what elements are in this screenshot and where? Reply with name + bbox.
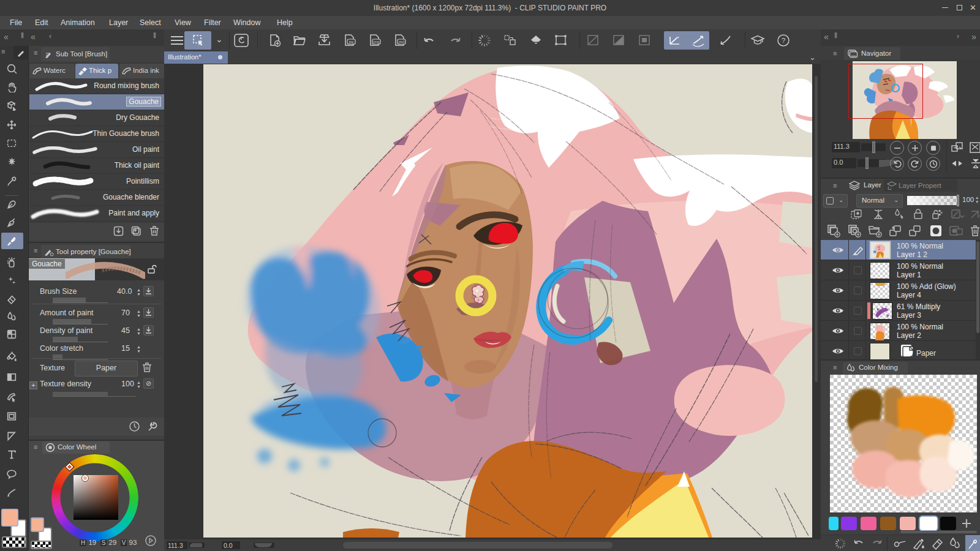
svg-text:?: ? — [782, 37, 785, 44]
svg-text:psd: psd — [399, 40, 404, 43]
svg-text:jpg: jpg — [349, 40, 353, 43]
svg-text:png: png — [374, 40, 379, 43]
